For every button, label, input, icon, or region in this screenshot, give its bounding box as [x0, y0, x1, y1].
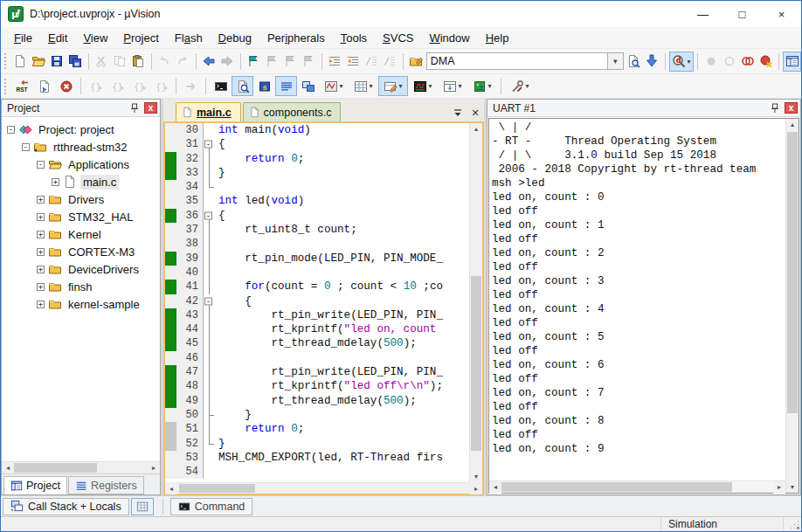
serial-windows-button[interactable]: [275, 76, 297, 96]
menu-item-window[interactable]: Window: [421, 29, 477, 47]
expand-icon[interactable]: +: [37, 213, 45, 221]
close-document-icon[interactable]: ✕: [467, 104, 484, 121]
scroll-track[interactable]: [177, 483, 470, 494]
step-over-button[interactable]: {}: [107, 76, 128, 96]
navigate-forward-button[interactable]: [218, 52, 237, 72]
analysis-windows-button[interactable]: [297, 76, 319, 96]
stack-locals-window-button[interactable]: ▾: [438, 76, 467, 96]
tree-item-devicedrivers[interactable]: +DeviceDrivers: [2, 260, 160, 278]
expand-icon[interactable]: +: [37, 231, 45, 238]
scroll-track[interactable]: [14, 462, 148, 473]
run-to-cursor-button[interactable]: {}: [150, 76, 172, 96]
menu-item-edit[interactable]: Edit: [40, 29, 75, 47]
uncomment-selection-button[interactable]: [381, 52, 399, 72]
save-all-button[interactable]: [66, 52, 85, 72]
scroll-right-icon[interactable]: ▸: [470, 482, 482, 494]
menu-item-file[interactable]: File: [6, 29, 40, 47]
symbols-window-button[interactable]: s: [253, 76, 275, 96]
unindent-button[interactable]: [344, 52, 363, 72]
new-file-button[interactable]: [10, 52, 29, 72]
dropdown-arrow-icon[interactable]: ▾: [458, 82, 461, 90]
watch-windows-button[interactable]: ▾: [378, 76, 408, 96]
navigate-back-button[interactable]: [200, 52, 218, 72]
resize-grip[interactable]: [784, 517, 801, 531]
project-panel-close-icon[interactable]: x: [144, 102, 157, 114]
next-bookmark-button[interactable]: [281, 52, 300, 72]
scroll-left-icon[interactable]: ◂: [489, 481, 501, 494]
menu-item-project[interactable]: Project: [115, 29, 166, 47]
uart-hscrollbar[interactable]: ◂ ▸: [489, 480, 785, 493]
editor-tab-components-c[interactable]: components.c: [243, 102, 342, 121]
scroll-thumb[interactable]: [501, 482, 732, 492]
tree-item-stm32-hal[interactable]: +STM32_HAL: [2, 208, 160, 225]
step-into-button[interactable]: {}: [85, 76, 107, 96]
command-tab[interactable]: Command: [170, 498, 253, 515]
scroll-track[interactable]: [501, 481, 773, 493]
collapse-icon[interactable]: -: [37, 161, 45, 169]
cut-button[interactable]: [93, 52, 111, 72]
close-button[interactable]: ×: [762, 2, 801, 27]
toolbar-grip[interactable]: [4, 79, 9, 94]
maximize-button[interactable]: □: [722, 2, 762, 27]
run-button[interactable]: [180, 76, 202, 96]
system-viewer-button[interactable]: ▾: [467, 76, 497, 96]
scroll-right-icon[interactable]: ▸: [773, 481, 785, 494]
editor-vscrollbar[interactable]: ▴ ▾: [469, 123, 482, 482]
memory-windows-button[interactable]: ▾: [349, 76, 378, 96]
clear-bookmarks-button[interactable]: [300, 52, 318, 72]
minimize-button[interactable]: —: [683, 2, 722, 27]
editor-tab-main-c[interactable]: main.c: [176, 102, 241, 121]
dropdown-arrow-icon[interactable]: ▾: [398, 82, 402, 90]
insert-bookmark-button[interactable]: [244, 52, 262, 72]
dropdown-arrow-icon[interactable]: ▾: [369, 82, 372, 90]
dropdown-arrow-icon[interactable]: ▾: [687, 58, 690, 66]
uart-vscrollbar[interactable]: ▴ ▾: [785, 119, 799, 493]
panel-tab-registers[interactable]: Registers: [68, 476, 144, 494]
scroll-up-icon[interactable]: ▴: [470, 123, 482, 135]
open-file-button[interactable]: [30, 52, 48, 72]
scroll-thumb[interactable]: [787, 132, 798, 412]
tree-item-main-c[interactable]: +main.c: [2, 173, 160, 190]
lookup-word-button[interactable]: d▾: [669, 52, 695, 72]
memory-window-button[interactable]: [131, 498, 154, 515]
scroll-up-icon[interactable]: ▴: [786, 119, 799, 130]
pin-icon[interactable]: [768, 101, 782, 114]
undo-button[interactable]: [156, 52, 174, 72]
stop-button[interactable]: [55, 76, 77, 96]
disassembly-window-button[interactable]: [232, 76, 253, 96]
expand-icon[interactable]: +: [37, 266, 45, 273]
scroll-left-icon[interactable]: ◂: [2, 462, 14, 474]
find-in-files-button[interactable]: [407, 52, 425, 72]
tree-item-drivers[interactable]: +Drivers: [2, 190, 160, 208]
tree-item-project-project[interactable]: -Project: project: [2, 121, 160, 138]
expand-icon[interactable]: +: [37, 283, 45, 291]
scroll-thumb[interactable]: [14, 463, 97, 473]
menu-item-peripherals[interactable]: Peripherals: [259, 29, 333, 47]
tree-item-kernel-sample[interactable]: +kernel-sample: [2, 295, 160, 313]
document-list-chevron-icon[interactable]: [449, 104, 467, 121]
paste-button[interactable]: [129, 52, 148, 72]
menu-item-help[interactable]: Help: [478, 29, 517, 47]
scroll-right-icon[interactable]: ▸: [148, 462, 160, 474]
scroll-down-icon[interactable]: ▾: [470, 471, 482, 482]
show-next-statement-button[interactable]: [33, 76, 55, 96]
scroll-down-icon[interactable]: ▾: [786, 481, 799, 493]
save-button[interactable]: [48, 52, 66, 72]
menu-item-flash[interactable]: Flash: [167, 29, 211, 47]
dropdown-arrow-icon[interactable]: ▾: [339, 82, 342, 90]
debug-settings-button[interactable]: ▾: [505, 76, 535, 96]
comment-selection-button[interactable]: [363, 52, 381, 72]
enable-breakpoint-button[interactable]: [720, 52, 738, 72]
fold-margin[interactable]: -: [203, 209, 214, 223]
project-tree-hscrollbar[interactable]: ◂ ▸: [2, 461, 160, 473]
callstack-locals-tab[interactable]: Call Stack + Locals: [3, 498, 129, 515]
expand-icon[interactable]: +: [37, 196, 45, 204]
menu-item-debug[interactable]: Debug: [211, 29, 259, 47]
uart-terminal[interactable]: \ | /- RT - Thread Operating System / | …: [489, 119, 785, 480]
project-window-toggle-button[interactable]: [783, 52, 801, 72]
logic-analyzer-button[interactable]: ▾: [408, 76, 438, 96]
collapse-icon[interactable]: -: [7, 126, 15, 134]
trace-windows-button[interactable]: ▾: [319, 76, 349, 96]
expand-icon[interactable]: +: [37, 248, 45, 256]
editor-hscrollbar[interactable]: ◂ ▸: [163, 482, 484, 495]
